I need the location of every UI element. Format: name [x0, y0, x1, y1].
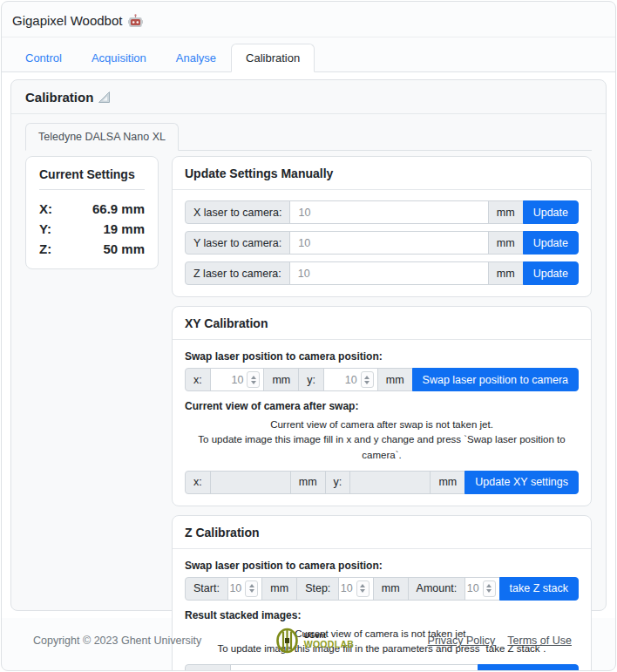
step-input[interactable]: 10 [338, 577, 373, 601]
copyright-text: Copyright © 2023 Ghent University [33, 635, 201, 647]
xy-swap-label: Swap laser position to camera position: [185, 350, 579, 363]
calibration-sections: Update Settings Manually X laser to came… [172, 156, 592, 671]
unit-label: mm [488, 261, 524, 285]
x-laser-input[interactable] [289, 200, 488, 224]
start-label: Start: [185, 577, 228, 601]
x-label: x: [185, 471, 211, 494]
step-value: 10 [341, 582, 353, 594]
unit-label: mm [377, 368, 413, 391]
axis-label: Z: [39, 241, 51, 256]
privacy-policy-link[interactable]: Privacy Policy [428, 635, 496, 647]
current-settings-card: Current Settings X: 66.9 mm Y: 19 mm [25, 156, 159, 269]
y-laser-row: Y laser to camera: mm Update [185, 231, 579, 255]
app-title: Gigapixel Woodbot [12, 13, 122, 28]
xy-calibration-card: XY Calibration Swap laser position to ca… [172, 306, 592, 506]
y-laser-update-button[interactable]: Update [523, 231, 579, 255]
z-swap-label: Swap laser position to camera position: [185, 560, 579, 572]
manual-settings-card: Update Settings Manually X laser to came… [172, 156, 592, 297]
z-calibration-title: Z Calibration [173, 516, 591, 549]
current-setting-row-z: Z: 50 mm [39, 236, 145, 256]
calibration-panel-header: Calibration [11, 80, 606, 114]
x-laser-row: X laser to camera: mm Update [185, 200, 579, 224]
x-swap-value: 10 [232, 374, 244, 386]
calibration-panel-body: Teledyne DALSA Nano XL Current Settings … [11, 114, 606, 610]
z-laser-label: Z laser to camera: [185, 261, 290, 285]
triangle-ruler-icon [98, 91, 112, 104]
xy-after-swap-label: Current view of camera after swap: [185, 400, 579, 412]
take-z-stack-button[interactable]: take Z stack [499, 577, 579, 601]
z-laser-row: Z laser to camera: mm Update [185, 261, 579, 285]
current-settings-title: Current Settings [39, 157, 145, 190]
logo-woodlab-text: WOODLAB [304, 640, 355, 650]
tab-device-teledyne[interactable]: Teledyne DALSA Nano XL [25, 123, 179, 151]
spinner-up-down-icon[interactable] [247, 371, 260, 388]
tab-analyse[interactable]: Analyse [161, 44, 231, 72]
x-swap-input[interactable]: 10 [210, 368, 265, 391]
wood-log-logo-icon [275, 628, 299, 654]
y-laser-input[interactable] [289, 231, 489, 255]
amount-value: 10 [467, 582, 479, 594]
y-laser-label: Y laser to camera: [185, 231, 290, 255]
terms-of-use-link[interactable]: Terms of Use [507, 635, 572, 647]
amount-input[interactable]: 10 [464, 577, 499, 601]
xy-notice: Current view of camera after swap is not… [185, 417, 579, 463]
x-laser-label: X laser to camera: [185, 200, 290, 224]
step-label: Step: [296, 577, 339, 601]
axis-label: X: [39, 201, 52, 216]
xy-notice-line2: To update image this image fill in x and… [185, 432, 579, 463]
axis-label: Y: [39, 221, 51, 236]
spinner-up-down-icon[interactable] [245, 580, 258, 597]
axis-value: 19 mm [103, 221, 145, 236]
tab-calibration[interactable]: Calibration [231, 44, 315, 72]
xy-calibration-title: XY Calibration [173, 307, 591, 340]
unit-label: mm [263, 368, 299, 391]
woodlab-logo-text: UGent WOODLAB [304, 632, 355, 650]
main-content: Calibration Teledyne DALSA Nano XL Curre… [2, 72, 615, 618]
app-window: Gigapixel Woodbot Control Acquisition An… [1, 1, 616, 671]
spinner-up-down-icon[interactable] [356, 580, 370, 597]
z-laser-input[interactable] [289, 261, 489, 285]
y-result-input-disabled [349, 471, 431, 494]
main-tabbar: Control Acquisition Analyse Calibration [2, 37, 615, 72]
xy-swap-row: x: 10 mm y: 10 [185, 368, 579, 391]
current-setting-row-x: X: 66.9 mm [39, 196, 145, 216]
woodlab-logo: UGent WOODLAB [275, 628, 355, 654]
z-laser-update-button[interactable]: Update [523, 261, 579, 285]
unit-label: mm [488, 231, 524, 255]
update-xy-settings-button[interactable]: Update XY settings [464, 471, 579, 494]
start-input[interactable]: 10 [227, 577, 262, 601]
xy-result-row: x: mm y: mm Update XY settings [185, 471, 579, 494]
unit-label: mm [261, 577, 297, 601]
footer-links: Privacy Policy Terms of Use [428, 635, 572, 647]
device-tabbar: Teledyne DALSA Nano XL [25, 123, 592, 151]
tab-acquisition[interactable]: Acquisition [77, 44, 161, 72]
current-settings-body: X: 66.9 mm Y: 19 mm Z: 50 mm [26, 190, 158, 268]
unit-label: mm [430, 471, 465, 494]
app-footer: Copyright © 2023 Ghent University UGent … [2, 618, 615, 670]
spinner-up-down-icon[interactable] [483, 580, 496, 597]
x-result-input-disabled [210, 471, 291, 494]
current-setting-row-y: Y: 19 mm [39, 216, 145, 236]
axis-value: 66.9 mm [92, 201, 145, 216]
x-label: x: [185, 368, 211, 391]
y-swap-input[interactable]: 10 [323, 368, 378, 391]
unit-label: mm [488, 200, 524, 224]
calibration-grid: Current Settings X: 66.9 mm Y: 19 mm [25, 151, 592, 671]
x-laser-update-button[interactable]: Update [523, 200, 579, 224]
amount-label: Amount: [408, 577, 466, 601]
calibration-heading: Calibration [25, 90, 93, 105]
robot-icon [128, 14, 143, 28]
unit-label: mm [373, 577, 409, 601]
unit-label: mm [290, 471, 326, 494]
manual-settings-title: Update Settings Manually [173, 157, 591, 190]
xy-notice-line1: Current view of camera after swap is not… [185, 417, 579, 432]
z-stack-row: Start: 10 mm Step: 10 [185, 577, 579, 601]
manual-settings-body: X laser to camera: mm Update Y laser to … [173, 190, 591, 296]
calibration-panel: Calibration Teledyne DALSA Nano XL Curre… [10, 79, 607, 611]
swap-laser-button[interactable]: Swap laser position to camera [412, 368, 579, 391]
spinner-up-down-icon[interactable] [361, 371, 374, 388]
tab-control[interactable]: Control [10, 44, 77, 72]
start-value: 10 [229, 582, 241, 594]
y-label: y: [325, 471, 351, 494]
app-header: Gigapixel Woodbot [2, 2, 615, 37]
